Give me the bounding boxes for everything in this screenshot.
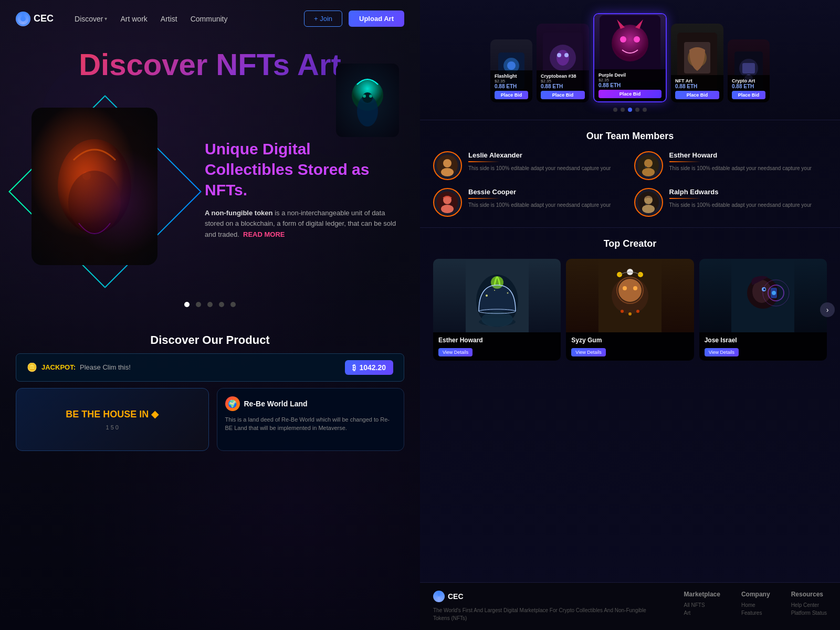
jackpot-coin-icon: 🪙 <box>27 362 37 372</box>
be-the-house-card[interactable]: BE THE HOUSE IN ◆ 1 5 0 <box>16 388 209 451</box>
nav-links: Discover ▾ Art work Artist Community <box>75 15 288 23</box>
dot-5[interactable] <box>230 302 236 307</box>
card2-name: Cryptobean #38 <box>541 74 585 79</box>
nft-small-art <box>336 64 399 137</box>
join-button[interactable]: + Join <box>304 10 342 27</box>
logo-text: CEC <box>34 13 54 24</box>
footer-link-help[interactable]: Help Center <box>791 602 827 608</box>
footer-company: Company Home Features <box>741 591 770 622</box>
creator-next-arrow[interactable]: › <box>820 302 835 317</box>
footer-logo: CEC <box>433 591 663 602</box>
read-more-link[interactable]: READ MORE <box>243 230 285 238</box>
nft-card-1[interactable]: Flashlight $2.35 0.88 ETH Place Bid <box>490 39 532 102</box>
footer-logo-icon <box>433 591 445 602</box>
svg-point-49 <box>644 159 653 167</box>
right-panel: Flashlight $2.35 0.88 ETH Place Bid <box>420 0 840 630</box>
esther-info: Esther Howard This side is 100% editable… <box>669 151 827 172</box>
dot-1[interactable] <box>184 302 190 307</box>
footer-link-platform[interactable]: Platform Status <box>791 610 827 616</box>
creator2-view-btn[interactable]: View Details <box>571 348 605 356</box>
team-title: Our Team Members <box>433 131 827 142</box>
leslie-info: Leslie Alexander This side is 100% edita… <box>468 151 626 172</box>
jackpot-btc-icon: ₿ <box>352 363 356 372</box>
cdot-3[interactable] <box>628 108 632 112</box>
footer-logo-text: CEC <box>448 592 464 601</box>
svg-point-66 <box>507 292 508 294</box>
creator3-footer: Jose Israel View Details <box>699 332 827 361</box>
card1-bid-btn[interactable]: Place Bid <box>495 91 528 99</box>
esther-name: Esther Howard <box>669 151 827 159</box>
footer-link-allnfts[interactable]: All NFTS <box>684 602 720 608</box>
svg-point-28 <box>507 61 516 70</box>
jackpot-amount: ₿ 1042.20 <box>345 360 393 375</box>
card4-eth: 0.88 ETH <box>675 83 719 89</box>
nft-card-3-featured[interactable]: Purple Devil $2.35 0.88 ETH Place Bid <box>593 13 667 102</box>
nft-card-2[interactable]: Cryptobean #38 $2.35 0.88 ETH Place Bid <box>537 24 589 102</box>
card2-bid-btn[interactable]: Place Bid <box>541 91 585 99</box>
creator-card-esther[interactable]: Esther Howard View Details <box>433 259 561 361</box>
dot-2[interactable] <box>196 302 201 307</box>
logo[interactable]: CEC <box>16 12 54 26</box>
svg-point-72 <box>633 286 637 290</box>
card5-bid-btn[interactable]: Place Bid <box>732 91 765 99</box>
bessie-avatar <box>433 188 462 217</box>
discover-product-title: Discover Our Product <box>0 333 420 347</box>
creator1-name: Esther Howard <box>438 337 555 344</box>
footer-link-features[interactable]: Features <box>741 610 770 616</box>
ralph-name: Ralph Edwards <box>669 188 827 196</box>
card4-bid-btn[interactable]: Place Bid <box>675 91 719 99</box>
svg-point-31 <box>556 50 569 66</box>
svg-point-65 <box>486 295 488 297</box>
creator3-view-btn[interactable]: View Details <box>705 348 739 356</box>
jackpot-text: Please Clim this! <box>80 363 131 371</box>
rebe-world-card[interactable]: 🌍 Re-Be World Land This is a land deed o… <box>217 388 405 451</box>
upload-button[interactable]: Upload Art <box>349 10 404 27</box>
nft-card-4[interactable]: NFT Art 0.88 ETH Place Bid <box>671 24 723 102</box>
card5-name: Crypto Art <box>732 78 765 83</box>
hero-right-content: Unique Digital Collectibles Stored as NF… <box>205 139 399 245</box>
navbar: CEC Discover ▾ Art work Artist Community… <box>0 0 420 37</box>
creator-section: Top Creator <box>420 228 840 582</box>
leslie-avatar <box>433 151 462 180</box>
nft-card-5[interactable]: Crypto Art 0.88 ETH Place Bid <box>728 39 770 102</box>
logo-icon <box>16 12 30 26</box>
rebe-icon: 🌍 <box>225 396 240 411</box>
footer-brand-desc: The World's First And Largest Digital Ma… <box>433 606 663 622</box>
footer-link-home[interactable]: Home <box>741 602 770 608</box>
svg-point-67 <box>494 290 495 291</box>
svg-point-35 <box>612 25 648 61</box>
left-panel: CEC Discover ▾ Art work Artist Community… <box>0 0 420 630</box>
nav-artist[interactable]: Artist <box>161 15 177 23</box>
svg-point-36 <box>620 36 626 43</box>
nft-carousel: Flashlight $2.35 0.88 ETH Place Bid <box>420 0 840 120</box>
nav-actions: + Join Upload Art <box>304 10 404 27</box>
card3-eth: 0.88 ETH <box>598 82 662 88</box>
house-subtitle: 1 5 0 <box>66 424 159 430</box>
nav-artwork[interactable]: Art work <box>120 15 147 23</box>
creator-card-jose[interactable]: Jose Israel View Details <box>699 259 827 361</box>
card3-bid-btn[interactable]: Place Bid <box>598 90 662 98</box>
creator1-view-btn[interactable]: View Details <box>438 348 472 356</box>
svg-point-70 <box>618 279 642 302</box>
cdot-4[interactable] <box>635 108 639 112</box>
card3-price: $2.35 <box>598 78 662 82</box>
esther-desc: This side is 100% editable adapt your ne… <box>669 165 827 172</box>
svg-point-23 <box>362 92 373 103</box>
dot-4[interactable] <box>219 302 224 307</box>
creator-card-syzy[interactable]: Syzy Gum View Details <box>566 259 694 361</box>
footer-link-art[interactable]: Art <box>684 610 720 616</box>
nav-community[interactable]: Community <box>191 15 228 23</box>
cdot-2[interactable] <box>621 108 625 112</box>
cdot-5[interactable] <box>643 108 647 112</box>
team-member-esther: Esther Howard This side is 100% editable… <box>634 151 827 180</box>
creature-art <box>32 108 158 265</box>
ralph-info: Ralph Edwards This side is 100% editable… <box>669 188 827 209</box>
team-grid: Leslie Alexander This side is 100% edita… <box>433 151 827 217</box>
footer-brand: CEC The World's First And Largest Digita… <box>433 591 663 622</box>
dot-3[interactable] <box>207 302 213 307</box>
nav-discover[interactable]: Discover ▾ <box>75 15 107 23</box>
jackpot-left: 🪙 JACKPOT: Please Clim this! <box>27 362 131 372</box>
leslie-divider <box>468 161 500 162</box>
footer-resources-title: Resources <box>791 591 827 598</box>
cdot-1[interactable] <box>613 108 617 112</box>
